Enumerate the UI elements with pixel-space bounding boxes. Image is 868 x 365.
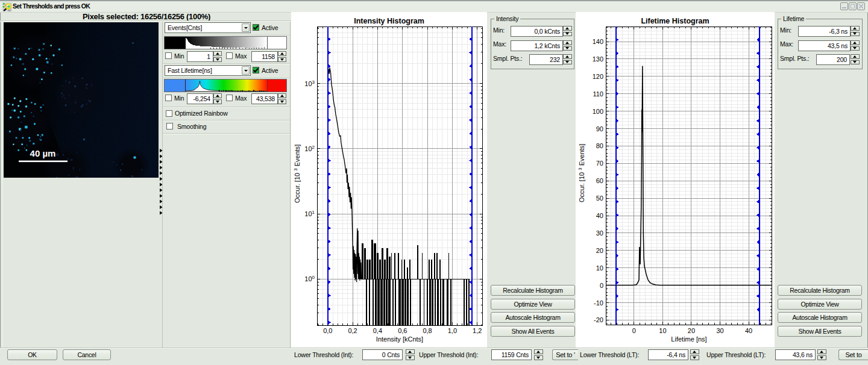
svg-text:Lifetime Histogram: Lifetime Histogram — [641, 17, 709, 25]
svg-text:50: 50 — [596, 195, 603, 202]
svg-text:100: 100 — [593, 108, 603, 115]
svg-text:101: 101 — [304, 210, 315, 217]
svg-text:0,6: 0,6 — [398, 327, 407, 334]
svg-text:90: 90 — [596, 125, 603, 133]
svg-text:120: 120 — [593, 73, 603, 80]
svg-text:40: 40 — [745, 327, 752, 334]
svg-text:Occur. [10 3 Events]: Occur. [10 3 Events] — [293, 145, 301, 203]
svg-text:80: 80 — [596, 142, 603, 149]
svg-text:10: 10 — [659, 327, 666, 334]
svg-text:1,0: 1,0 — [448, 327, 457, 334]
svg-text:0,4: 0,4 — [373, 327, 382, 334]
svg-text:Occur. [10 3 Events]: Occur. [10 3 Events] — [577, 144, 585, 202]
svg-text:130: 130 — [593, 55, 603, 63]
svg-text:60: 60 — [596, 177, 603, 184]
svg-text:-20: -20 — [594, 316, 603, 323]
svg-text:30: 30 — [716, 327, 723, 334]
svg-text:10: 10 — [596, 264, 603, 272]
svg-text:Lifetime [ns]: Lifetime [ns] — [671, 335, 706, 343]
svg-text:0: 0 — [632, 327, 636, 334]
svg-text:-10: -10 — [594, 299, 603, 307]
svg-text:110: 110 — [593, 90, 603, 98]
svg-text:140: 140 — [593, 38, 603, 45]
svg-text:20: 20 — [596, 247, 603, 254]
svg-text:Intensity Histogram: Intensity Histogram — [354, 17, 424, 25]
svg-text:0,0: 0,0 — [323, 327, 332, 334]
svg-text:Intensity [kCnts]: Intensity [kCnts] — [376, 335, 423, 343]
svg-text:30: 30 — [596, 229, 603, 237]
svg-text:102: 102 — [304, 145, 315, 152]
svg-text:40 µm: 40 µm — [30, 148, 56, 158]
svg-text:70: 70 — [596, 160, 603, 167]
svg-text:0,2: 0,2 — [348, 327, 357, 334]
svg-text:0: 0 — [600, 282, 603, 289]
svg-text:20: 20 — [688, 327, 695, 334]
svg-text:103: 103 — [304, 80, 315, 87]
svg-text:1,2: 1,2 — [473, 327, 482, 334]
svg-text:40: 40 — [596, 212, 603, 219]
svg-text:0,8: 0,8 — [423, 327, 432, 334]
svg-text:100: 100 — [304, 275, 315, 282]
